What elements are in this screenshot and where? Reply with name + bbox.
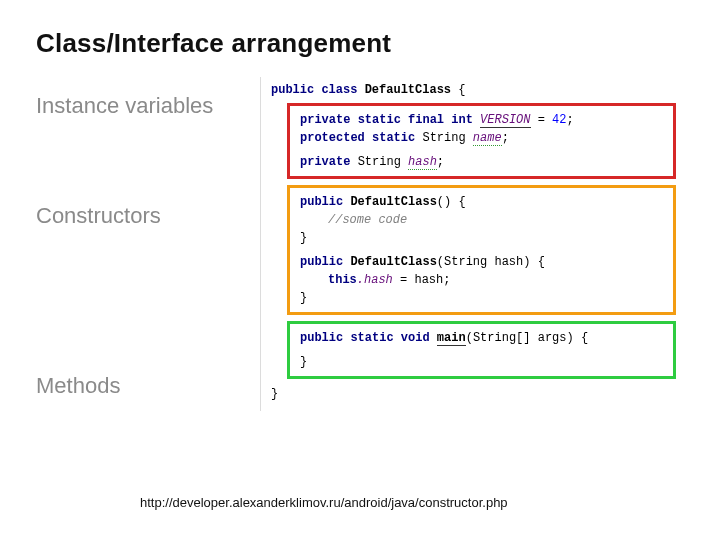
labels-column: Instance variables Constructors Methods: [36, 77, 260, 411]
ctor-arg-name: DefaultClass: [350, 255, 436, 269]
close-paren: ) {: [523, 255, 545, 269]
kw-protected: protected: [300, 131, 365, 145]
ctor-noarg-comment: //some code: [300, 211, 665, 229]
comment-text: //some code: [328, 213, 407, 227]
kw-static3: static: [350, 331, 393, 345]
class-header-line: public class DefaultClass {: [271, 81, 676, 99]
ctor-noarg-paren: () {: [437, 195, 466, 209]
assign-hash: = hash;: [393, 273, 451, 287]
semi3: ;: [437, 155, 444, 169]
kw-static2: static: [372, 131, 415, 145]
semi: ;: [567, 113, 574, 127]
var-name-line: protected static String name;: [300, 129, 665, 147]
var-version-line: private static final int VERSION = 42;: [300, 111, 665, 129]
kw-private: private: [300, 113, 350, 127]
kw-this: this: [328, 273, 357, 287]
method-main-name: main: [437, 331, 466, 346]
main-line: public static void main(String[] args) {: [300, 329, 665, 347]
kw-void: void: [401, 331, 430, 345]
eq: =: [531, 113, 553, 127]
instance-variables-box: private static final int VERSION = 42; p…: [287, 103, 676, 179]
content-area: Instance variables Constructors Methods …: [36, 77, 684, 411]
num-42: 42: [552, 113, 566, 127]
param-args: args: [530, 331, 566, 345]
ctor-arg-close: }: [300, 289, 665, 307]
label-instance-variables: Instance variables: [36, 93, 260, 119]
kw-public: public: [271, 83, 314, 97]
semi2: ;: [502, 131, 509, 145]
ctor-arg-body: this.hash = hash;: [300, 271, 665, 289]
class-name: DefaultClass: [365, 83, 451, 97]
open-paren: (: [437, 255, 444, 269]
kw-final: final: [408, 113, 444, 127]
type-string: String: [422, 131, 465, 145]
this-hash: .hash: [357, 273, 393, 287]
slide-title: Class/Interface arrangement: [36, 28, 684, 59]
ctor-noarg-line: public DefaultClass() {: [300, 193, 665, 211]
class-close-brace: }: [271, 385, 676, 403]
main-close: ) {: [567, 331, 589, 345]
code-panel: public class DefaultClass { private stat…: [260, 77, 684, 411]
param-hash: hash: [487, 255, 523, 269]
var-name: name: [473, 131, 502, 146]
kw-private2: private: [300, 155, 350, 169]
kw-static: static: [358, 113, 401, 127]
ctor-noarg-close: }: [300, 229, 665, 247]
label-methods: Methods: [36, 373, 260, 399]
kw-public3: public: [300, 255, 343, 269]
ctor-arg-line: public DefaultClass(String hash) {: [300, 253, 665, 271]
type-string-arr: String[]: [473, 331, 531, 345]
var-hash: hash: [408, 155, 437, 170]
var-version-name: VERSION: [480, 113, 530, 128]
kw-public4: public: [300, 331, 343, 345]
kw-int: int: [451, 113, 473, 127]
ctor-noarg-name: DefaultClass: [350, 195, 436, 209]
open-brace: {: [451, 83, 465, 97]
kw-public2: public: [300, 195, 343, 209]
kw-class: class: [321, 83, 357, 97]
footer-link: http://developer.alexanderklimov.ru/andr…: [140, 495, 508, 510]
main-close-brace: }: [300, 353, 665, 371]
type-string3: String: [444, 255, 487, 269]
methods-box: public static void main(String[] args) {…: [287, 321, 676, 379]
constructors-box: public DefaultClass() { //some code } pu…: [287, 185, 676, 315]
type-string2: String: [358, 155, 401, 169]
var-hash-line: private String hash;: [300, 153, 665, 171]
main-open: (: [466, 331, 473, 345]
label-constructors: Constructors: [36, 203, 260, 229]
